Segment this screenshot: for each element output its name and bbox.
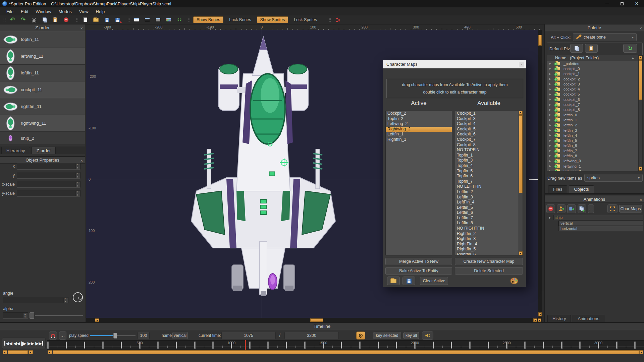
character-map-item[interactable]: Leftfin_8 bbox=[455, 221, 519, 226]
file-folder-row[interactable]: ▶ leftfin_7 bbox=[547, 148, 638, 153]
menu-item[interactable]: Edit bbox=[17, 8, 32, 15]
character-map-item[interactable]: Topfin_3 bbox=[455, 158, 519, 163]
z-order-item[interactable]: rightwing_11 bbox=[0, 115, 85, 132]
scroll-thumb[interactable] bbox=[8, 350, 28, 354]
right-bottom-tab[interactable]: Animations bbox=[573, 315, 604, 322]
expand-icon[interactable]: ▶ bbox=[549, 103, 552, 106]
undo-button[interactable]: ↶ bbox=[9, 16, 16, 23]
spinner-icon[interactable] bbox=[75, 173, 80, 178]
file-folder-row[interactable]: ▶ cockpit_0 bbox=[547, 66, 638, 71]
playhead[interactable] bbox=[245, 340, 246, 350]
z-order-item[interactable]: rightfin_11 bbox=[0, 98, 85, 115]
property-input[interactable] bbox=[17, 163, 80, 170]
expand-icon[interactable]: ▶ bbox=[549, 144, 552, 147]
scroll-down-button[interactable] bbox=[639, 167, 642, 171]
keyframe-marker[interactable] bbox=[121, 342, 122, 349]
menu-item[interactable]: Help bbox=[92, 8, 109, 15]
character-map-item[interactable]: Topfin_4 bbox=[455, 163, 519, 169]
create-character-map-button[interactable]: Create New Character Map bbox=[455, 258, 523, 265]
keyframe-marker[interactable] bbox=[451, 342, 452, 349]
character-map-item[interactable]: NO RIGHTFIN bbox=[455, 226, 519, 231]
fit-view-button[interactable] bbox=[176, 16, 183, 23]
keyframe-marker[interactable] bbox=[286, 342, 287, 349]
expand-icon[interactable]: ▶ bbox=[549, 82, 552, 85]
animation-item[interactable]: vertical bbox=[558, 221, 643, 226]
scroll-up-button[interactable] bbox=[639, 56, 642, 60]
scrollbar-button[interactable] bbox=[538, 318, 541, 322]
palette-icon[interactable] bbox=[510, 277, 519, 285]
scrollbar-button[interactable] bbox=[533, 318, 537, 322]
z-order-item[interactable]: leftfin_11 bbox=[0, 65, 85, 81]
scrollbar-button[interactable] bbox=[639, 350, 643, 354]
play-speed-value[interactable]: 100 bbox=[138, 332, 150, 339]
file-folder-row[interactable]: ▶ leftfin_3 bbox=[547, 128, 638, 133]
delete-selected-button[interactable]: Delete Selected bbox=[455, 267, 523, 275]
scroll-thumb[interactable] bbox=[519, 115, 523, 193]
keyframe-marker[interactable] bbox=[341, 342, 342, 349]
available-list-scrollbar[interactable] bbox=[519, 111, 523, 255]
character-map-item[interactable]: Leftfin_2 bbox=[455, 189, 519, 195]
expand-icon[interactable]: ▶ bbox=[549, 139, 552, 142]
expand-icon[interactable]: ▶ bbox=[549, 93, 552, 96]
character-map-item[interactable]: Rightfin_1 bbox=[386, 137, 452, 142]
expand-icon[interactable]: ▶ bbox=[549, 160, 552, 163]
character-map-item[interactable]: Topfin_1 bbox=[455, 153, 519, 158]
toolbar-grip[interactable] bbox=[76, 17, 78, 22]
character-map-item[interactable]: Leftfin_1 bbox=[386, 132, 452, 137]
merge-active-button[interactable]: Merge Active To New bbox=[385, 258, 452, 265]
drag-items-dropdown[interactable]: sprites ▾ bbox=[584, 174, 643, 182]
keyframe-marker[interactable] bbox=[616, 342, 618, 349]
file-folder-row[interactable]: ▶ cockpit_4 bbox=[547, 86, 638, 92]
character-mode-button[interactable] bbox=[334, 16, 341, 23]
spinner-icon[interactable] bbox=[23, 313, 28, 318]
keyframe-marker[interactable] bbox=[579, 342, 581, 349]
expand-icon[interactable]: ▶ bbox=[549, 134, 552, 137]
keyframe-marker[interactable] bbox=[396, 342, 397, 349]
save-character-map-button[interactable] bbox=[402, 277, 415, 285]
angle-dial[interactable] bbox=[73, 292, 83, 302]
open-button[interactable] bbox=[92, 16, 100, 23]
character-map-item[interactable]: Cockpit_1 bbox=[455, 111, 519, 116]
expand-icon[interactable]: ▶ bbox=[549, 129, 552, 132]
character-map-item[interactable]: Topfin_7 bbox=[455, 179, 519, 184]
z-order-item[interactable]: leftwing_11 bbox=[0, 48, 85, 65]
keyframe-marker[interactable] bbox=[433, 342, 434, 349]
auto-key-button[interactable] bbox=[356, 331, 365, 340]
file-folder-row[interactable]: ▶ cockpit_5 bbox=[547, 92, 638, 97]
character-map-item[interactable]: LeftFin_4 bbox=[455, 200, 519, 205]
character-map-item[interactable]: Leftfin_7 bbox=[455, 216, 519, 221]
expand-icon[interactable]: ▶ bbox=[549, 67, 552, 70]
scrollbar-button[interactable] bbox=[95, 318, 99, 322]
character-map-item[interactable]: Cockpit_4 bbox=[455, 121, 519, 127]
alt-click-dropdown[interactable]: create bone ▾ bbox=[573, 33, 637, 41]
keyframe-marker[interactable] bbox=[524, 342, 526, 349]
character-map-item[interactable]: Rightfin_6 bbox=[455, 252, 519, 255]
next-frame-button[interactable]: ▶▶ bbox=[28, 341, 34, 346]
property-input[interactable] bbox=[17, 190, 80, 197]
file-folder-row[interactable]: ▶ _palettes bbox=[547, 61, 638, 66]
character-map-item[interactable]: Leftfin_5 bbox=[455, 205, 519, 210]
duration-value[interactable]: 3200 bbox=[284, 332, 339, 339]
lock-bones-toggle[interactable]: Lock Bones bbox=[226, 16, 254, 23]
keyframe-marker[interactable] bbox=[66, 342, 67, 349]
character-map-item[interactable]: Rightfin_5 bbox=[455, 247, 519, 252]
expand-icon[interactable]: ▶ bbox=[549, 170, 552, 171]
keyframe-marker[interactable] bbox=[157, 342, 159, 349]
dialog-titlebar[interactable]: Character Maps × bbox=[383, 60, 526, 68]
character-map-item[interactable]: Leftfin_6 bbox=[455, 210, 519, 216]
menu-item[interactable]: Modes bbox=[55, 8, 75, 15]
save-button[interactable] bbox=[103, 16, 110, 23]
paste-pivot-button[interactable] bbox=[585, 44, 598, 53]
file-folder-row[interactable]: ▶ leftfin_4 bbox=[547, 133, 638, 138]
keyframe-marker[interactable] bbox=[102, 342, 104, 349]
keyframe-marker[interactable] bbox=[359, 342, 361, 349]
scrollbar-button[interactable] bbox=[538, 312, 542, 316]
view-mode-dark-button[interactable] bbox=[144, 16, 151, 23]
menu-item[interactable]: Window bbox=[32, 8, 55, 15]
close-icon[interactable] bbox=[80, 25, 83, 32]
save-as-button[interactable]: + bbox=[114, 16, 121, 23]
z-order-item[interactable]: cockpit_11 bbox=[0, 81, 85, 98]
character-map-item[interactable]: Cockpit_3 bbox=[455, 116, 519, 122]
expand-icon[interactable]: ▶ bbox=[549, 165, 552, 168]
property-input[interactable] bbox=[17, 181, 80, 188]
